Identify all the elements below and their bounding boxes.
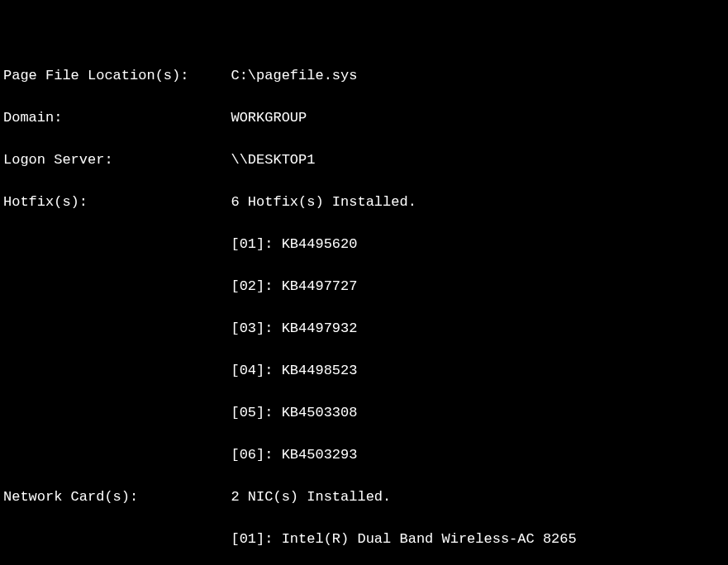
hotfix-idx: [04]: [231,363,273,378]
hotfix-idx: [05]: [231,405,273,420]
hotfix-kb: KB4497932 [282,320,358,336]
hotfix-kb: KB4503308 [282,405,358,420]
nic-summary: 2 NIC(s) Installed. [231,489,391,505]
hotfix-item: [06]: KB4503293 [3,444,725,466]
hotfix-idx: [03]: [231,320,273,336]
hotfix-idx: [01]: [231,236,273,252]
pagefile-value: C:\pagefile.sys [231,68,357,83]
domain-value: WORKGROUP [231,110,307,126]
hotfix-kb: KB4497727 [282,278,358,294]
logon-row: Logon Server:\\DESKTOP1 [3,150,725,171]
domain-label: Domain: [3,107,231,129]
hotfix-item: [03]: KB4497932 [3,318,725,339]
hotfix-item: [02]: KB4497727 [3,276,725,297]
hotfix-idx: [02]: [231,278,273,294]
domain-row: Domain:WORKGROUP [3,107,725,129]
hotfix-item: [01]: KB4495620 [3,234,725,255]
logon-label: Logon Server: [3,150,231,171]
hotfix-item: [05]: KB4503308 [3,402,725,424]
hotfix-label: Hotfix(s): [3,192,231,213]
hotfix-row: Hotfix(s):6 Hotfix(s) Installed. [3,192,725,213]
nic-card: [01]: Intel(R) Dual Band Wireless-AC 826… [3,529,725,550]
nic-label: Network Card(s): [3,487,231,508]
nic-idx: [01]: [231,531,273,547]
hotfix-kb: KB4503293 [282,447,358,463]
nic-name: Intel(R) Dual Band Wireless-AC 8265 [282,531,577,547]
hotfix-item: [04]: KB4498523 [3,360,725,382]
pagefile-label: Page File Location(s): [3,65,231,87]
hotfix-idx: [06]: [231,447,273,463]
logon-value: \\DESKTOP1 [231,152,315,168]
hotfix-kb: KB4495620 [282,236,358,252]
nic-row: Network Card(s):2 NIC(s) Installed. [3,487,725,508]
hotfix-summary: 6 Hotfix(s) Installed. [231,194,416,210]
hotfix-kb: KB4498523 [282,363,358,378]
pagefile-row: Page File Location(s):C:\pagefile.sys [3,65,725,87]
